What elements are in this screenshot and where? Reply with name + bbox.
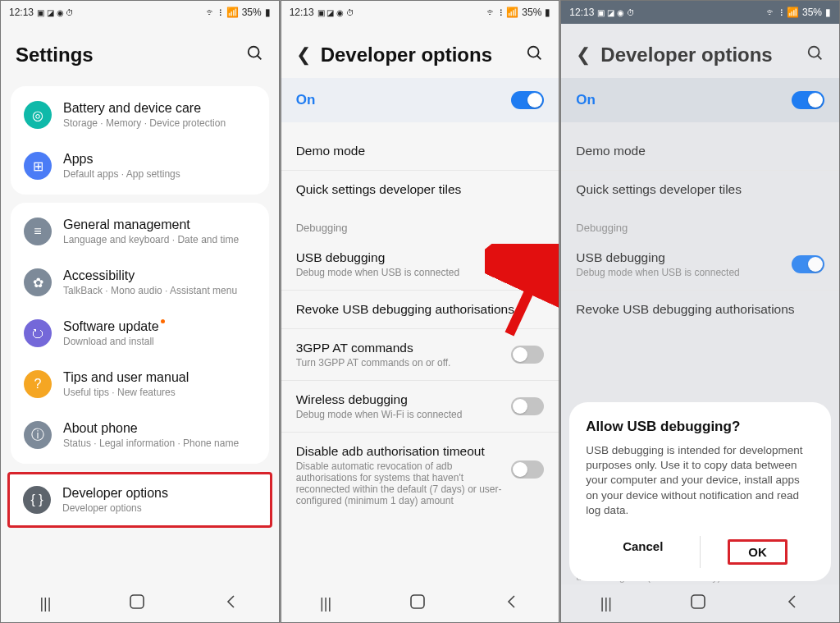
- section-debugging: Debugging: [281, 208, 559, 239]
- cancel-button[interactable]: Cancel: [586, 529, 700, 575]
- page-title: Settings: [16, 44, 94, 66]
- status-battery: 35%: [802, 7, 822, 18]
- update-badge-icon: [161, 319, 165, 323]
- status-notification-icons: ▣ ◪ ◉ ⏱: [597, 8, 634, 17]
- svg-line-4: [537, 56, 541, 60]
- row-revoke-auth[interactable]: Revoke USB debugging authorisations: [281, 291, 559, 328]
- header: ❮ Developer options: [561, 24, 839, 78]
- row-disable-adb-timeout[interactable]: Disable adb authorisation timeout Disabl…: [281, 433, 559, 518]
- row-quick-settings-tiles: Quick settings developer tiles: [561, 171, 839, 208]
- settings-item-apps[interactable]: ⊞ Apps Default apps · App settings: [11, 140, 269, 191]
- nav-back[interactable]: [223, 593, 240, 614]
- ok-button[interactable]: OK: [701, 529, 815, 575]
- status-bar: 12:13 ▣ ◪ ◉ ⏱ ᯤ ⫶ 📶 35% ▮: [281, 1, 559, 24]
- signal-icons: ᯤ ⫶ 📶: [766, 7, 799, 18]
- header: Settings: [1, 24, 279, 78]
- nav-bar: |||: [561, 584, 839, 622]
- status-time: 12:13: [290, 7, 314, 18]
- settings-item-tips[interactable]: ? Tips and user manual Useful tips · New…: [11, 359, 269, 410]
- nav-recents[interactable]: |||: [39, 595, 51, 612]
- row-revoke-auth: Revoke USB debugging authorisations: [561, 291, 839, 328]
- settings-card-1: ◎ Battery and device care Storage · Memo…: [11, 86, 269, 195]
- developer-master-toggle[interactable]: [792, 91, 824, 109]
- screen-settings: 12:13 ▣ ◪ ◉ ⏱ ᯤ ⫶ 📶 35% ▮ Settings ◎ Bat…: [0, 0, 280, 623]
- tips-icon: ?: [24, 370, 52, 398]
- svg-rect-10: [692, 595, 705, 608]
- svg-rect-7: [411, 595, 424, 608]
- settings-item-software-update[interactable]: ⭮ Software update Download and install: [11, 308, 269, 359]
- status-battery: 35%: [522, 7, 541, 18]
- wireless-debugging-toggle[interactable]: [511, 397, 544, 415]
- back-icon[interactable]: ❮: [576, 44, 591, 66]
- nav-home[interactable]: [129, 593, 145, 614]
- signal-icons: ᯤ ⫶ 📶: [206, 7, 239, 18]
- usb-debugging-toggle[interactable]: [511, 255, 544, 273]
- usb-debugging-dialog: Allow USB debugging? USB debugging is in…: [569, 402, 831, 581]
- search-icon[interactable]: [526, 44, 544, 66]
- search-icon[interactable]: [806, 44, 824, 66]
- nav-bar: |||: [1, 584, 279, 622]
- svg-point-0: [248, 47, 258, 57]
- nav-home[interactable]: [690, 593, 706, 614]
- status-battery: 35%: [242, 7, 262, 18]
- svg-line-1: [257, 56, 261, 60]
- accessibility-icon: ✿: [24, 268, 52, 296]
- svg-rect-2: [130, 595, 144, 608]
- settings-item-developer-options-highlighted: { } Developer options Developer options: [7, 472, 272, 528]
- battery-icon: ▮: [825, 7, 831, 18]
- row-demo-mode[interactable]: Demo mode: [281, 132, 559, 170]
- battery-icon: ▮: [545, 7, 550, 18]
- settings-item-about[interactable]: ⓘ About phone Status · Legal information…: [11, 410, 269, 460]
- page-title: Developer options: [321, 44, 492, 66]
- row-wireless-debugging[interactable]: Wireless debugging Debug mode when Wi-Fi…: [281, 381, 559, 432]
- settings-item-developer-options[interactable]: { } Developer options Developer options: [10, 474, 270, 525]
- dialog-body: USB debugging is intended for developmen…: [586, 443, 815, 518]
- signal-icons: ᯤ ⫶ 📶: [486, 7, 519, 18]
- 3gpp-toggle[interactable]: [511, 346, 544, 364]
- apps-icon: ⊞: [24, 152, 52, 180]
- row-demo-mode: Demo mode: [561, 132, 839, 170]
- status-notification-icons: ▣ ◪ ◉ ⏱: [317, 8, 354, 17]
- developer-master-toggle[interactable]: [511, 91, 544, 109]
- status-time: 12:13: [9, 7, 34, 18]
- developer-master-toggle-row[interactable]: On: [561, 78, 839, 122]
- search-icon[interactable]: [246, 44, 264, 66]
- developer-master-toggle-row[interactable]: On: [281, 78, 559, 122]
- nav-back[interactable]: [504, 593, 520, 614]
- settings-item-battery[interactable]: ◎ Battery and device care Storage · Memo…: [11, 89, 269, 140]
- back-icon[interactable]: ❮: [296, 44, 311, 66]
- nav-back[interactable]: [784, 593, 801, 614]
- dialog-title: Allow USB debugging?: [586, 419, 815, 435]
- nav-recents[interactable]: |||: [320, 595, 331, 612]
- status-time: 12:13: [569, 7, 594, 18]
- software-update-icon: ⭮: [24, 319, 52, 347]
- status-bar: 12:13 ▣ ◪ ◉ ⏱ ᯤ ⫶ 📶 35% ▮: [561, 1, 839, 24]
- settings-item-accessibility[interactable]: ✿ Accessibility TalkBack · Mono audio · …: [11, 257, 269, 308]
- page-title: Developer options: [600, 44, 772, 66]
- row-usb-debugging[interactable]: USB debugging Debug mode when USB is con…: [281, 239, 559, 290]
- screen-developer-options: 12:13 ▣ ◪ ◉ ⏱ ᯤ ⫶ 📶 35% ▮ ❮ Developer op…: [281, 0, 560, 623]
- row-quick-settings-tiles[interactable]: Quick settings developer tiles: [281, 171, 559, 208]
- settings-card-2: ≡ General management Language and keyboa…: [11, 203, 269, 464]
- screen-developer-options-dialog: 12:13 ▣ ◪ ◉ ⏱ ᯤ ⫶ 📶 35% ▮ ❮ Developer op…: [560, 0, 840, 623]
- row-3gpp-at[interactable]: 3GPP AT commands Turn 3GPP AT commands o…: [281, 329, 559, 380]
- header: ❮ Developer options: [281, 24, 559, 78]
- adb-timeout-toggle[interactable]: [511, 460, 544, 479]
- svg-point-3: [528, 47, 539, 57]
- usb-debugging-toggle: [792, 255, 824, 273]
- section-debugging: Debugging: [561, 208, 839, 239]
- nav-recents[interactable]: |||: [600, 595, 612, 612]
- row-usb-debugging: USB debugging Debug mode when USB is con…: [561, 239, 839, 290]
- status-notification-icons: ▣ ◪ ◉ ⏱: [37, 8, 74, 17]
- nav-home[interactable]: [409, 593, 426, 614]
- settings-item-general[interactable]: ≡ General management Language and keyboa…: [11, 206, 269, 257]
- battery-care-icon: ◎: [24, 101, 52, 129]
- svg-point-8: [809, 47, 819, 57]
- developer-options-icon: { }: [23, 486, 51, 514]
- battery-icon: ▮: [265, 7, 271, 18]
- status-bar: 12:13 ▣ ◪ ◉ ⏱ ᯤ ⫶ 📶 35% ▮: [1, 1, 279, 24]
- ok-button-highlight: OK: [728, 539, 788, 565]
- svg-line-9: [818, 56, 822, 60]
- about-phone-icon: ⓘ: [24, 421, 52, 449]
- general-management-icon: ≡: [24, 218, 52, 245]
